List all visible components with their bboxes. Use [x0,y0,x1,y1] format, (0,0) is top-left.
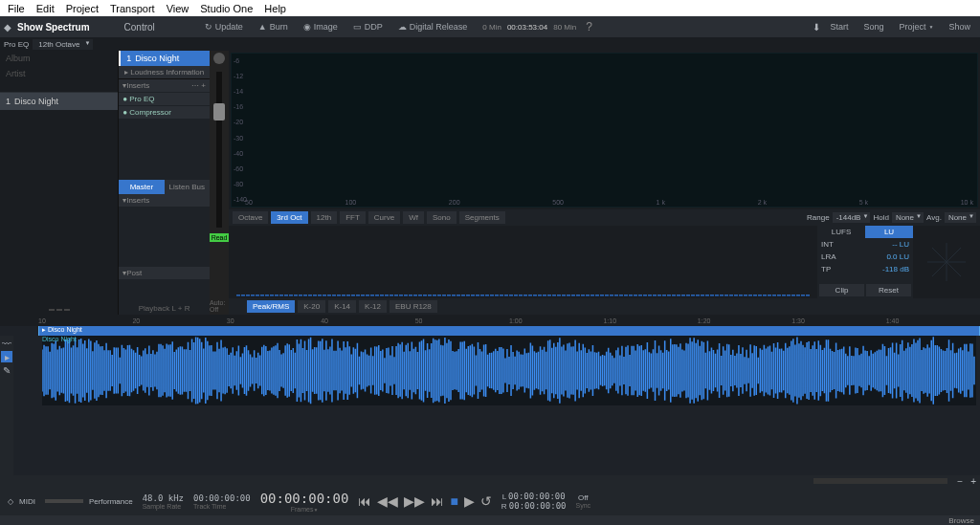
meter-mode-k14[interactable]: K-14 [328,300,356,313]
horizontal-scrollbar[interactable] [813,478,947,484]
project-button[interactable]: Project ▼ [894,20,940,33]
cloud-icon: ☁ [398,22,407,32]
tool-draw-icon[interactable]: 〰 [1,338,12,349]
zoom-in-icon[interactable]: + [967,476,980,487]
loop-button[interactable]: ↺ [480,493,492,509]
time-ruler[interactable]: 10203040501:001:101:201:301:40 [0,315,980,326]
track-list-item[interactable]: 1Disco Night [0,93,118,110]
performance-label: Performance [89,497,133,506]
ddp-button[interactable]: ▭DDP [347,20,389,33]
menu-studio-one[interactable]: Studio One [200,3,253,13]
help-icon[interactable]: ? [586,20,592,33]
inserts-header[interactable]: ▾ Inserts⋯ + [119,79,210,92]
loudness-info-button[interactable]: ▸ Loudness Information [119,66,210,79]
menu-help[interactable]: Help [264,3,286,13]
sample-rate-value: 48.0 kHz [143,493,184,503]
hold-dropdown[interactable]: None [892,212,924,223]
waveform-clip-label: Disco Night [42,336,77,342]
menu-transport[interactable]: Transport [110,3,155,13]
rewind-button[interactable]: ◀◀ [377,493,398,509]
sub-toolbar: Pro EQ 12th Octave [0,37,980,51]
song-button[interactable]: Song [858,20,889,33]
refresh-icon: ↻ [205,22,212,32]
meter-mode-k12[interactable]: K-12 [359,300,387,313]
meter-mode-peak-rms[interactable]: Peak/RMS [247,300,295,313]
midi-activity-icon: ◇ [8,497,13,506]
start-button[interactable]: Start [824,20,854,33]
main-toolbar: ◆ Show Spectrum Control ↻Update ▲Burn ◉I… [0,16,980,37]
transport-bar: ◇ MIDI Performance 48.0 kHz Sample Rate … [0,487,980,515]
listen-bus-tab[interactable]: Listen Bus [165,180,210,194]
spectrum-mode-12th[interactable]: 12th [311,211,338,224]
spectrum-mode-wf[interactable]: Wf [403,211,424,224]
proeq-label: Pro EQ [4,40,29,49]
sync-off-value[interactable]: Off [578,493,589,502]
menu-edit[interactable]: Edit [36,3,55,13]
tool-arrow-icon[interactable]: ▸ [1,351,12,362]
track-list-sidebar: Album Artist 1Disco Night [0,51,118,315]
meter-mode-ebu[interactable]: EBU R128 [390,300,437,313]
download-icon[interactable]: ⬇ [813,22,820,33]
range-dropdown[interactable]: -144dB [833,212,871,223]
show-button[interactable]: Show [943,20,976,33]
spectrum-mode-octave[interactable]: Octave [233,211,268,224]
reset-button[interactable]: Reset [866,284,911,296]
midi-label: MIDI [19,497,35,506]
octave-dropdown[interactable]: 12th Octave [33,39,93,50]
panel-resize-handle[interactable] [0,305,118,315]
go-to-start-button[interactable]: ⏮ [358,493,371,509]
disc-icon: ◉ [303,22,311,32]
spectrum-mode-fft[interactable]: FFT [340,211,366,224]
folder-icon: ▭ [353,22,362,32]
playback-label: Playback L + R [119,302,210,315]
image-button[interactable]: ◉Image [298,20,344,33]
menu-bar: File Edit Project Transport View Studio … [0,0,980,16]
control-label[interactable]: Control [124,22,155,33]
mixer-track-tab[interactable]: 1Disco Night [119,51,210,66]
insert-compressor[interactable]: ● Compressor [119,105,210,119]
track-time-value: 00:00:00:00 [193,493,251,503]
goniometer [913,226,980,298]
pan-knob[interactable] [213,53,225,64]
avg-dropdown[interactable]: None [945,212,976,223]
spectrum-mode-3rd-oct[interactable]: 3rd Oct [271,211,307,224]
automation-read-button[interactable]: Read [210,233,230,242]
update-button[interactable]: ↻Update [199,20,249,33]
loudness-meter-panel: LUFS LU INT-- LU LRA0.0 LU TP-118 dB Cli… [817,226,913,298]
clip-button[interactable]: Clip [819,284,864,296]
spectrum-mode-curve[interactable]: Curve [368,211,400,224]
forward-button[interactable]: ▶▶ [404,493,425,509]
main-timecode[interactable]: 00:00:00:00 [260,491,349,506]
meter-mode-k20[interactable]: K-20 [298,300,325,313]
play-button[interactable]: ▶ [464,493,475,509]
auto-off-label: Auto: Off [210,299,229,313]
menu-project[interactable]: Project [66,3,99,13]
menu-view[interactable]: View [167,3,189,13]
tool-pencil-icon[interactable]: ✎ [1,364,12,376]
volume-fader[interactable] [216,72,222,228]
waveform-track[interactable]: Disco Night [13,336,980,475]
arrangement-clip[interactable]: ▸ Disco Night [38,326,980,336]
spectrum-mode-sono[interactable]: Sono [427,211,457,224]
digital-release-button[interactable]: ☁Digital Release [392,20,474,33]
master-tab[interactable]: Master [119,180,164,194]
lu-tab[interactable]: LU [865,226,913,238]
burn-button[interactable]: ▲Burn [253,20,294,33]
stop-button[interactable]: ■ [450,493,457,509]
level-meter-bars [229,226,817,298]
browse-button[interactable]: Browse [948,516,974,525]
artist-label: Artist [0,66,118,81]
footer-bar: Browse [0,515,980,525]
insert-pro-eq[interactable]: ● Pro EQ [119,92,210,105]
go-to-end-button[interactable]: ⏭ [431,493,444,509]
tool-column: 〰 ▸ ✎ [0,336,13,475]
spectrum-mode-segments[interactable]: Segments [459,211,505,224]
post-header[interactable]: ▾ Post [119,267,210,279]
track-fader-strip: Read Auto: Off [210,51,229,315]
zoom-out-icon[interactable]: − [953,476,967,487]
lufs-tab[interactable]: LUFS [817,226,865,238]
master-inserts-header[interactable]: ▾ Inserts [119,194,210,207]
show-spectrum-label[interactable]: Show Spectrum [17,22,90,33]
spectrum-plot[interactable]: -6-12-14-16-20-30-40-60-80-140 501002005… [231,53,978,208]
menu-file[interactable]: File [8,3,25,13]
